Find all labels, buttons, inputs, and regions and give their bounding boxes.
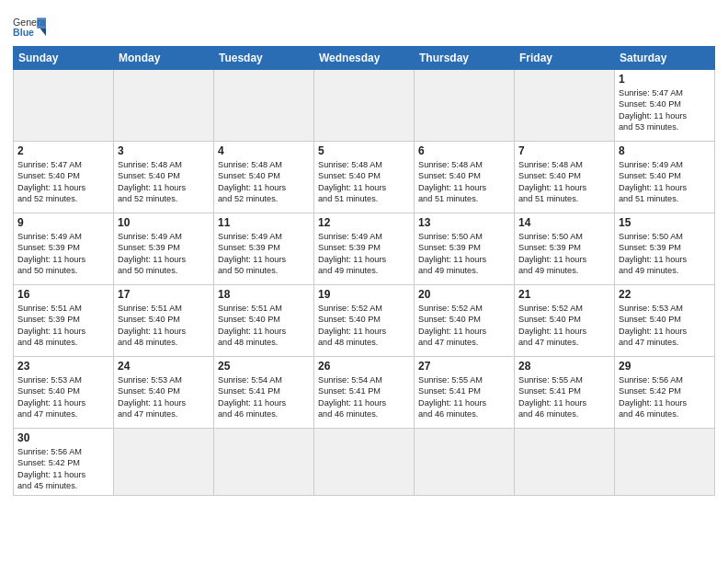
calendar-cell — [415, 70, 515, 142]
week-row-2: 9Sunrise: 5:49 AM Sunset: 5:39 PM Daylig… — [14, 213, 715, 285]
day-info: Sunrise: 5:47 AM Sunset: 5:40 PM Dayligh… — [17, 159, 109, 205]
day-info: Sunrise: 5:50 AM Sunset: 5:39 PM Dayligh… — [518, 231, 610, 277]
day-number: 13 — [418, 216, 510, 229]
calendar-cell: 26Sunrise: 5:54 AM Sunset: 5:41 PM Dayli… — [314, 357, 415, 429]
day-number: 15 — [619, 216, 711, 229]
day-number: 2 — [17, 144, 109, 157]
day-number: 8 — [619, 144, 711, 157]
day-info: Sunrise: 5:49 AM Sunset: 5:39 PM Dayligh… — [17, 231, 109, 277]
day-number: 10 — [118, 216, 210, 229]
day-number: 5 — [318, 144, 410, 157]
week-row-0: 1Sunrise: 5:47 AM Sunset: 5:40 PM Daylig… — [14, 70, 715, 142]
day-info: Sunrise: 5:55 AM Sunset: 5:41 PM Dayligh… — [518, 374, 610, 420]
calendar-cell: 10Sunrise: 5:49 AM Sunset: 5:39 PM Dayli… — [114, 213, 214, 285]
day-number: 12 — [318, 216, 410, 229]
calendar-cell — [214, 429, 314, 496]
weekday-friday: Friday — [515, 47, 615, 70]
day-info: Sunrise: 5:48 AM Sunset: 5:40 PM Dayligh… — [118, 159, 210, 205]
day-number: 7 — [518, 144, 610, 157]
day-info: Sunrise: 5:54 AM Sunset: 5:41 PM Dayligh… — [318, 374, 410, 420]
weekday-sunday: Sunday — [14, 47, 114, 70]
calendar-cell: 22Sunrise: 5:53 AM Sunset: 5:40 PM Dayli… — [615, 285, 715, 357]
calendar-table: SundayMondayTuesdayWednesdayThursdayFrid… — [13, 46, 715, 496]
day-info: Sunrise: 5:52 AM Sunset: 5:40 PM Dayligh… — [518, 303, 610, 349]
calendar-cell: 20Sunrise: 5:52 AM Sunset: 5:40 PM Dayli… — [415, 285, 515, 357]
calendar-cell — [415, 429, 515, 496]
day-number: 30 — [17, 431, 109, 444]
day-number: 22 — [619, 288, 711, 301]
day-number: 16 — [17, 288, 109, 301]
day-info: Sunrise: 5:51 AM Sunset: 5:40 PM Dayligh… — [218, 303, 310, 349]
day-number: 21 — [518, 288, 610, 301]
calendar-cell: 18Sunrise: 5:51 AM Sunset: 5:40 PM Dayli… — [214, 285, 314, 357]
page: General Blue SundayMondayTuesdayWednesda… — [0, 0, 728, 563]
weekday-header-row: SundayMondayTuesdayWednesdayThursdayFrid… — [14, 47, 715, 70]
calendar-cell: 27Sunrise: 5:55 AM Sunset: 5:41 PM Dayli… — [415, 357, 515, 429]
day-info: Sunrise: 5:49 AM Sunset: 5:40 PM Dayligh… — [619, 159, 711, 205]
day-number: 27 — [418, 360, 510, 373]
day-number: 14 — [518, 216, 610, 229]
calendar-cell: 9Sunrise: 5:49 AM Sunset: 5:39 PM Daylig… — [14, 213, 114, 285]
day-info: Sunrise: 5:47 AM Sunset: 5:40 PM Dayligh… — [619, 87, 711, 133]
week-row-4: 23Sunrise: 5:53 AM Sunset: 5:40 PM Dayli… — [14, 357, 715, 429]
day-number: 24 — [118, 360, 210, 373]
svg-marker-2 — [37, 17, 46, 28]
day-info: Sunrise: 5:53 AM Sunset: 5:40 PM Dayligh… — [619, 303, 711, 349]
day-info: Sunrise: 5:50 AM Sunset: 5:39 PM Dayligh… — [619, 231, 711, 277]
day-info: Sunrise: 5:50 AM Sunset: 5:39 PM Dayligh… — [418, 231, 510, 277]
calendar-cell — [114, 70, 214, 142]
calendar-cell: 14Sunrise: 5:50 AM Sunset: 5:39 PM Dayli… — [515, 213, 615, 285]
calendar-cell — [314, 429, 415, 496]
calendar-cell: 24Sunrise: 5:53 AM Sunset: 5:40 PM Dayli… — [114, 357, 214, 429]
day-number: 4 — [218, 144, 310, 157]
day-number: 26 — [318, 360, 410, 373]
week-row-1: 2Sunrise: 5:47 AM Sunset: 5:40 PM Daylig… — [14, 142, 715, 213]
day-number: 23 — [17, 360, 109, 373]
day-number: 6 — [418, 144, 510, 157]
calendar-cell: 30Sunrise: 5:56 AM Sunset: 5:42 PM Dayli… — [14, 429, 114, 496]
calendar-cell: 6Sunrise: 5:48 AM Sunset: 5:40 PM Daylig… — [415, 142, 515, 213]
calendar-cell: 12Sunrise: 5:49 AM Sunset: 5:39 PM Dayli… — [314, 213, 415, 285]
calendar-cell: 23Sunrise: 5:53 AM Sunset: 5:40 PM Dayli… — [14, 357, 114, 429]
day-info: Sunrise: 5:54 AM Sunset: 5:41 PM Dayligh… — [218, 374, 310, 420]
logo-icon: General Blue — [13, 15, 46, 40]
week-row-5: 30Sunrise: 5:56 AM Sunset: 5:42 PM Dayli… — [14, 429, 715, 496]
day-info: Sunrise: 5:48 AM Sunset: 5:40 PM Dayligh… — [418, 159, 510, 205]
calendar-cell: 16Sunrise: 5:51 AM Sunset: 5:39 PM Dayli… — [14, 285, 114, 357]
day-info: Sunrise: 5:56 AM Sunset: 5:42 PM Dayligh… — [17, 446, 109, 492]
weekday-saturday: Saturday — [615, 47, 715, 70]
day-number: 28 — [518, 360, 610, 373]
calendar-cell: 21Sunrise: 5:52 AM Sunset: 5:40 PM Dayli… — [515, 285, 615, 357]
calendar-cell: 28Sunrise: 5:55 AM Sunset: 5:41 PM Dayli… — [515, 357, 615, 429]
calendar-cell: 2Sunrise: 5:47 AM Sunset: 5:40 PM Daylig… — [14, 142, 114, 213]
day-info: Sunrise: 5:49 AM Sunset: 5:39 PM Dayligh… — [118, 231, 210, 277]
day-info: Sunrise: 5:56 AM Sunset: 5:42 PM Dayligh… — [619, 374, 711, 420]
calendar-cell — [515, 429, 615, 496]
calendar-cell — [314, 70, 415, 142]
calendar-cell: 4Sunrise: 5:48 AM Sunset: 5:40 PM Daylig… — [214, 142, 314, 213]
week-row-3: 16Sunrise: 5:51 AM Sunset: 5:39 PM Dayli… — [14, 285, 715, 357]
calendar-cell: 7Sunrise: 5:48 AM Sunset: 5:40 PM Daylig… — [515, 142, 615, 213]
calendar-cell: 8Sunrise: 5:49 AM Sunset: 5:40 PM Daylig… — [615, 142, 715, 213]
day-info: Sunrise: 5:53 AM Sunset: 5:40 PM Dayligh… — [118, 374, 210, 420]
calendar-cell — [515, 70, 615, 142]
calendar-cell: 19Sunrise: 5:52 AM Sunset: 5:40 PM Dayli… — [314, 285, 415, 357]
day-info: Sunrise: 5:52 AM Sunset: 5:40 PM Dayligh… — [418, 303, 510, 349]
day-info: Sunrise: 5:49 AM Sunset: 5:39 PM Dayligh… — [218, 231, 310, 277]
day-info: Sunrise: 5:51 AM Sunset: 5:39 PM Dayligh… — [17, 303, 109, 349]
calendar-cell: 11Sunrise: 5:49 AM Sunset: 5:39 PM Dayli… — [214, 213, 314, 285]
day-info: Sunrise: 5:48 AM Sunset: 5:40 PM Dayligh… — [218, 159, 310, 205]
header: General Blue — [13, 9, 715, 40]
day-number: 18 — [218, 288, 310, 301]
day-number: 17 — [118, 288, 210, 301]
day-info: Sunrise: 5:53 AM Sunset: 5:40 PM Dayligh… — [17, 374, 109, 420]
calendar-cell: 13Sunrise: 5:50 AM Sunset: 5:39 PM Dayli… — [415, 213, 515, 285]
day-number: 20 — [418, 288, 510, 301]
svg-text:Blue: Blue — [13, 27, 34, 38]
weekday-tuesday: Tuesday — [214, 47, 314, 70]
day-info: Sunrise: 5:51 AM Sunset: 5:40 PM Dayligh… — [118, 303, 210, 349]
logo: General Blue — [13, 15, 46, 40]
weekday-monday: Monday — [114, 47, 214, 70]
day-number: 19 — [318, 288, 410, 301]
day-info: Sunrise: 5:49 AM Sunset: 5:39 PM Dayligh… — [318, 231, 410, 277]
